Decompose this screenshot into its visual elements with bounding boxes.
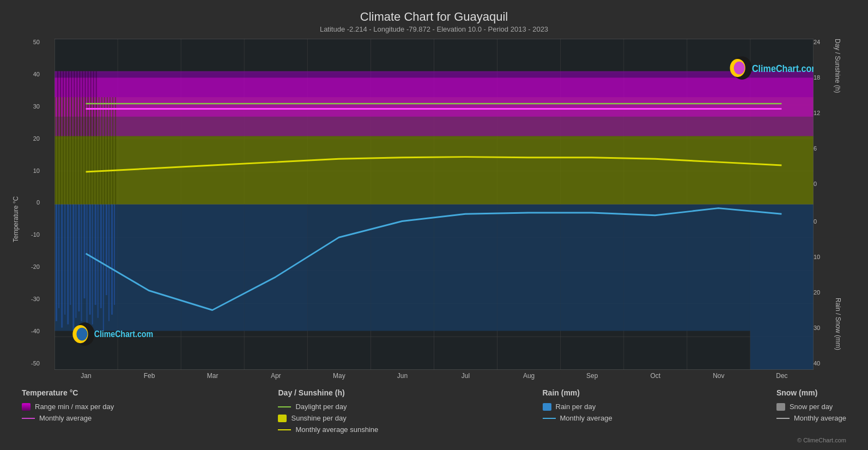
svg-rect-84 [79, 97, 80, 204]
legend-rain-avg-line [543, 418, 556, 419]
legend-sunshine-avg-line [278, 429, 291, 430]
svg-rect-85 [82, 97, 83, 204]
svg-rect-55 [111, 205, 113, 315]
svg-rect-90 [96, 97, 97, 204]
legend-temperature: Temperature °C Range min / max per day M… [22, 388, 114, 434]
legend-snow-avg-line [776, 418, 790, 419]
y-axis-right-sunshine-wrapper: 24 18 12 6 0 0 10 20 30 40 Day / Sunshin… [814, 39, 857, 383]
y-tick: -10 [31, 231, 40, 238]
y-axis-right-rain-label: Rain / Snow (mm) [833, 298, 843, 367]
x-label-aug: Aug [497, 372, 561, 383]
legend-section: Temperature °C Range min / max per day M… [11, 383, 857, 436]
svg-rect-93 [104, 97, 105, 204]
svg-rect-86 [85, 97, 86, 204]
svg-rect-28 [371, 205, 434, 331]
legend-snow: Snow (mm) Snow per day Monthly average [776, 388, 846, 434]
svg-point-101 [76, 328, 87, 341]
svg-rect-36 [58, 205, 59, 308]
svg-rect-32 [624, 205, 687, 331]
title-section: Climate Chart for Guayaquil Latitude -2.… [11, 5, 857, 35]
svg-point-105 [734, 62, 745, 75]
svg-rect-43 [78, 205, 80, 311]
svg-rect-52 [103, 205, 104, 331]
svg-text:ClimeChart.com: ClimeChart.com [94, 329, 153, 339]
copyright: © ClimeChart.com [11, 436, 857, 445]
svg-rect-89 [93, 97, 94, 204]
svg-rect-40 [70, 205, 71, 305]
y-tick: 50 [33, 39, 40, 45]
svg-rect-79 [65, 97, 66, 204]
legend-rain: Rain (mm) Rain per day Monthly average [543, 388, 612, 434]
legend-rain-per-day: Rain per day [543, 403, 612, 411]
y-tick: -50 [31, 360, 40, 367]
legend-daylight-label: Daylight per day [295, 403, 347, 411]
y-axis-right-sunshine-label: Day / Sunshine (h) [833, 39, 842, 109]
y-tick: 30 [33, 103, 40, 110]
legend-temperature-title: Temperature °C [22, 388, 114, 397]
svg-rect-34 [750, 205, 814, 370]
legend-daylight-line [278, 406, 291, 407]
y-ticks-left: 50 40 30 20 10 0 -10 -20 -30 -40 -50 [21, 39, 40, 383]
y-tick: 0 [37, 199, 40, 206]
y-tick-rain: 0 [814, 218, 817, 225]
x-label-jun: Jun [371, 372, 434, 383]
x-label-jul: Jul [434, 372, 497, 383]
svg-rect-35 [56, 205, 57, 321]
svg-rect-44 [81, 205, 82, 321]
svg-rect-26 [244, 205, 307, 331]
svg-rect-77 [60, 97, 61, 204]
y-axis-left-label: Temperature °C [11, 39, 21, 383]
y-tick-sunshine: 6 [814, 145, 817, 152]
y-tick-rain: 10 [814, 254, 820, 260]
x-label-jan: Jan [54, 372, 118, 383]
y-tick-rain: 30 [814, 325, 820, 331]
y-tick-sunshine: 18 [814, 74, 820, 81]
svg-rect-49 [95, 205, 96, 305]
legend-snow-avg-label: Monthly average [794, 414, 846, 422]
legend-snow-title: Snow (mm) [776, 388, 846, 397]
legend-temp-avg: Monthly average [22, 414, 114, 422]
legend-temp-avg-label: Monthly average [39, 414, 92, 422]
x-label-may: May [307, 372, 371, 383]
svg-rect-96 [112, 97, 113, 204]
svg-rect-51 [100, 205, 102, 308]
legend-snow-per-day-label: Snow per day [790, 403, 833, 411]
x-axis-labels: Jan Feb Mar Apr May Jun Jul Aug Sep Oct … [54, 370, 814, 383]
svg-rect-76 [57, 97, 58, 204]
y-tick-sunshine: 24 [814, 39, 820, 45]
chart-svg: ClimeChart.com ClimeChart.com [54, 39, 814, 370]
svg-rect-41 [72, 205, 74, 331]
legend-snow-avg: Monthly average [776, 414, 846, 422]
svg-rect-27 [307, 205, 371, 331]
svg-rect-95 [110, 97, 111, 204]
legend-rain-swatch [543, 403, 551, 411]
svg-rect-53 [106, 205, 107, 296]
svg-rect-37 [61, 205, 63, 328]
legend-temp-range: Range min / max per day [22, 403, 114, 411]
y-tick: -30 [31, 296, 40, 302]
svg-rect-59 [54, 77, 814, 116]
svg-rect-54 [108, 205, 110, 321]
legend-snow-per-day: Snow per day [776, 403, 846, 411]
legend-sunshine-per-day: Sunshine per day [278, 414, 378, 422]
legend-sunshine-avg: Monthly average sunshine [278, 425, 378, 434]
legend-temp-range-swatch [22, 403, 31, 411]
svg-rect-25 [181, 205, 244, 331]
legend-temp-avg-line [22, 418, 35, 419]
svg-rect-56 [114, 205, 115, 305]
legend-rain-avg-label: Monthly average [560, 414, 612, 422]
svg-rect-97 [115, 97, 116, 204]
legend-sunshine-swatch [278, 415, 287, 422]
svg-rect-82 [74, 97, 75, 204]
svg-rect-47 [89, 205, 91, 315]
y-axis-left-wrapper: Temperature °C 50 40 30 20 10 0 -10 -20 … [11, 39, 54, 383]
legend-rain-per-day-label: Rain per day [556, 403, 596, 411]
x-label-nov: Nov [687, 372, 750, 383]
y-tick-sunshine: 0 [814, 181, 817, 187]
x-label-oct: Oct [624, 372, 687, 383]
y-ticks-right-sunshine: 24 18 12 6 0 0 10 20 30 40 [814, 39, 833, 383]
svg-rect-81 [71, 97, 72, 204]
x-label-dec: Dec [750, 372, 814, 383]
legend-sunshine: Day / Sunshine (h) Daylight per day Suns… [278, 388, 378, 434]
legend-rain-title: Rain (mm) [543, 388, 612, 397]
